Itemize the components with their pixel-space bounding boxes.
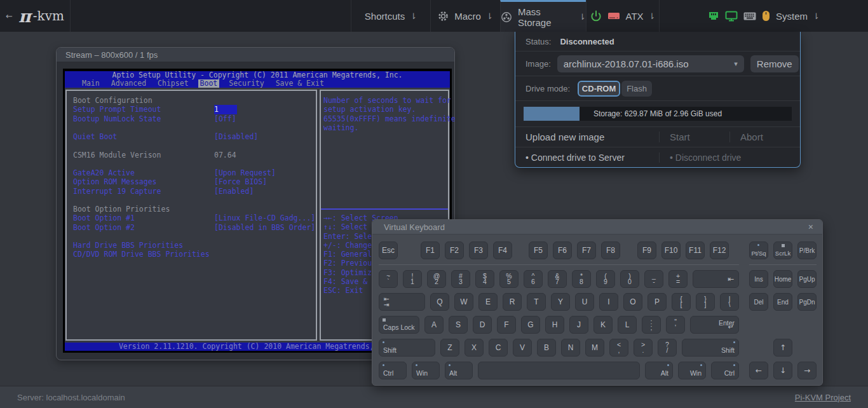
key-page-up[interactable]: PgUp	[797, 270, 817, 288]
remove-button[interactable]: Remove	[750, 55, 799, 72]
key-o[interactable]: O	[623, 293, 642, 311]
key-z[interactable]: Z	[440, 339, 459, 357]
key-g[interactable]: G	[521, 316, 540, 334]
key-i[interactable]: I	[599, 293, 618, 311]
key-u[interactable]: U	[575, 293, 594, 311]
key-page-down[interactable]: PgDn	[797, 293, 817, 311]
key-8[interactable]: *8	[572, 270, 591, 288]
key-arrow-right[interactable]: →	[797, 362, 817, 379]
key-x[interactable]: X	[465, 339, 484, 357]
key-shift-left[interactable]: Shift	[379, 339, 435, 357]
key-ctrl-right[interactable]: Ctrl	[711, 362, 739, 379]
key-caps-lock[interactable]: Caps Lock	[379, 316, 419, 334]
key-p[interactable]: P	[648, 293, 667, 311]
key-bracket-right[interactable]: }]	[696, 293, 715, 311]
key-backspace[interactable]: ⇤	[693, 270, 739, 288]
key-f12[interactable]: F12	[710, 241, 729, 259]
key-d[interactable]: D	[473, 316, 492, 334]
key-f10[interactable]: F10	[661, 241, 681, 259]
key-tab[interactable]: ⇤⇥	[379, 293, 425, 311]
key-5[interactable]: %5	[499, 270, 519, 288]
key-shift-right[interactable]: Shift	[682, 339, 739, 357]
key-home[interactable]: Home	[773, 270, 792, 288]
key-comma[interactable]: <,	[609, 339, 628, 357]
key-s[interactable]: S	[449, 316, 468, 334]
key-a[interactable]: A	[424, 316, 444, 334]
upload-new-image-button[interactable]: Upload new image	[515, 132, 659, 142]
key-delete[interactable]: Del	[749, 293, 768, 311]
menu-item-macro[interactable]: Macro ⇂	[430, 0, 500, 32]
start-upload-button[interactable]: Start	[659, 132, 729, 142]
key-f3[interactable]: F3	[469, 241, 488, 259]
key-e[interactable]: E	[478, 293, 498, 311]
connect-drive-button[interactable]: • Connect drive to Server	[515, 153, 659, 163]
close-icon[interactable]: ×	[808, 222, 813, 232]
key-c[interactable]: C	[489, 339, 508, 357]
key-alt-left[interactable]: Alt	[445, 362, 473, 379]
pikvm-project-link[interactable]: Pi-KVM Project	[795, 393, 851, 402]
image-select[interactable]: archlinux-2018.07.01-i686.iso ▾	[557, 55, 744, 72]
key-insert[interactable]: Ins	[749, 270, 768, 288]
menu-item-shortcuts[interactable]: Shortcuts ⇂	[351, 0, 430, 32]
key-f2[interactable]: F2	[445, 241, 464, 259]
key-4[interactable]: $4	[475, 270, 494, 288]
key-period[interactable]: >.	[634, 339, 653, 357]
key-9[interactable]: (9	[596, 270, 615, 288]
key-win-right[interactable]: Win	[678, 362, 706, 379]
key-b[interactable]: B	[537, 339, 556, 357]
key-alt-right[interactable]: Alt	[645, 362, 673, 379]
menu-item-system[interactable]: System ⇂	[659, 0, 868, 32]
key-3[interactable]: #3	[451, 270, 470, 288]
key-arrow-up[interactable]: ↑	[773, 339, 792, 357]
key-1[interactable]: !1	[403, 270, 422, 288]
flash-mode-button[interactable]: Flash	[621, 81, 652, 97]
key-r[interactable]: R	[503, 293, 522, 311]
key-j[interactable]: J	[569, 316, 588, 334]
key-2[interactable]: @2	[427, 270, 446, 288]
key-bracket-left[interactable]: {[	[672, 293, 691, 311]
key-n[interactable]: N	[561, 339, 580, 357]
key-l[interactable]: L	[618, 316, 637, 334]
key-space[interactable]	[478, 362, 640, 379]
key-w[interactable]: W	[454, 293, 473, 311]
key-f9[interactable]: F9	[637, 241, 656, 259]
key-slash[interactable]: ?/	[658, 339, 677, 357]
key-f8[interactable]: F8	[601, 241, 620, 259]
back-arrow-icon[interactable]: ←	[6, 11, 13, 21]
key-f[interactable]: F	[497, 316, 516, 334]
logo[interactable]: ← π -kvm	[0, 0, 71, 32]
key-0[interactable]: )0	[620, 270, 639, 288]
key-backquote[interactable]: ~`	[379, 270, 398, 288]
key-h[interactable]: H	[545, 316, 564, 334]
key-print-screen[interactable]: Pt/Sq	[749, 241, 768, 259]
key-scroll-lock[interactable]: ScrLk	[773, 241, 792, 259]
key-pause-break[interactable]: P/Brk	[797, 241, 817, 259]
key-minus[interactable]: _-	[644, 270, 663, 288]
stream-window-titlebar[interactable]: Stream – 800x600 / 1 fps	[57, 48, 454, 62]
key-7[interactable]: &7	[548, 270, 567, 288]
keyboard-titlebar[interactable]: Virtual Keyboard ×	[372, 220, 822, 235]
key-enter[interactable]: Enter↵	[690, 316, 739, 334]
key-ctrl-left[interactable]: Ctrl	[379, 362, 407, 379]
key-end[interactable]: End	[773, 293, 792, 311]
key-win-left[interactable]: Win	[412, 362, 440, 379]
key-k[interactable]: K	[593, 316, 613, 334]
key-equal[interactable]: +=	[668, 270, 688, 288]
key-semicolon[interactable]: :;	[642, 316, 661, 334]
key-arrow-down[interactable]: ↓	[773, 362, 792, 379]
menu-item-atx[interactable]: ATX ⇂	[586, 0, 659, 32]
cdrom-mode-button[interactable]: CD-ROM	[578, 81, 620, 97]
key-quote[interactable]: "'	[666, 316, 685, 334]
key-f1[interactable]: F1	[421, 241, 440, 259]
key-arrow-left[interactable]: ←	[749, 362, 768, 379]
key-f11[interactable]: F11	[686, 241, 705, 259]
key-backslash[interactable]: |\	[720, 293, 739, 311]
key-q[interactable]: Q	[430, 293, 449, 311]
key-v[interactable]: V	[513, 339, 532, 357]
key-f6[interactable]: F6	[553, 241, 572, 259]
key-f5[interactable]: F5	[529, 241, 548, 259]
key-y[interactable]: Y	[551, 293, 570, 311]
disconnect-drive-button[interactable]: • Disconnect drive	[659, 153, 800, 163]
key-f4[interactable]: F4	[493, 241, 512, 259]
abort-upload-button[interactable]: Abort	[729, 132, 800, 142]
